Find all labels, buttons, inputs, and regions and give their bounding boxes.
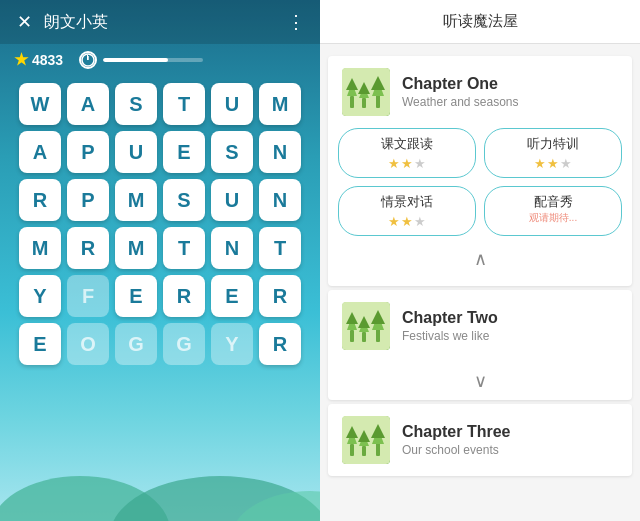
letter-M4[interactable]: M: [115, 227, 157, 269]
stats-bar: ★ 4833: [0, 44, 320, 75]
score-star-icon: ★: [14, 50, 28, 69]
right-panel-title: 听读魔法屋: [356, 12, 604, 31]
chapters-list: Chapter One Weather and seasons 课文跟读 ★ ★…: [320, 44, 640, 521]
letter-U[interactable]: U: [211, 83, 253, 125]
letter-U2[interactable]: U: [115, 131, 157, 173]
letter-P[interactable]: P: [67, 131, 109, 173]
letter-N3[interactable]: N: [211, 227, 253, 269]
letter-M[interactable]: M: [259, 83, 301, 125]
letter-row-5: Y F E R E R: [10, 275, 310, 317]
letter-Y[interactable]: Y: [19, 275, 61, 317]
left-menu-button[interactable]: ⋮: [284, 10, 308, 34]
letter-S[interactable]: S: [115, 83, 157, 125]
letter-R2[interactable]: R: [67, 227, 109, 269]
chapter-two-expand-btn[interactable]: ∨: [328, 362, 632, 400]
letter-F-faded: F: [67, 275, 109, 317]
letter-M3[interactable]: M: [19, 227, 61, 269]
chapter-two-info: Chapter Two Festivals we like: [402, 309, 618, 343]
letter-row-2: A P U E S N: [10, 131, 310, 173]
right-header: ✕ 听读魔法屋 ⋮: [320, 0, 640, 44]
letter-row-6: E O G G Y R: [10, 323, 310, 365]
letter-E[interactable]: E: [163, 131, 205, 173]
letter-R[interactable]: R: [19, 179, 61, 221]
letter-G2-faded: G: [163, 323, 205, 365]
chapter-one-info: Chapter One Weather and seasons: [402, 75, 618, 109]
svg-rect-6: [350, 96, 354, 108]
letter-row-3: R P M S U N: [10, 179, 310, 221]
right-menu-button[interactable]: ⋮: [604, 10, 628, 34]
chapter-one-tinglitexun-btn[interactable]: 听力特训 ★ ★ ★: [484, 128, 622, 178]
chapter-one-thumb: [342, 68, 390, 116]
chapter-one-expanded: 课文跟读 ★ ★ ★ 听力特训 ★ ★ ★: [328, 128, 632, 286]
letter-E3[interactable]: E: [211, 275, 253, 317]
chapter-one-peiyinxiu-btn[interactable]: 配音秀 观请期待...: [484, 186, 622, 236]
svg-rect-9: [362, 98, 366, 108]
chapter-three-header[interactable]: Chapter Three Our school events: [328, 404, 632, 476]
svg-rect-32: [376, 442, 380, 456]
chapter-two-title: Chapter Two: [402, 309, 618, 327]
peiyinxiu-note: 观请期待...: [495, 211, 611, 225]
letter-W[interactable]: W: [19, 83, 61, 125]
letter-S3[interactable]: S: [163, 179, 205, 221]
timer-icon: [79, 51, 97, 69]
svg-rect-29: [362, 446, 366, 456]
chapter-one-card: Chapter One Weather and seasons 课文跟读 ★ ★…: [328, 56, 632, 286]
svg-rect-22: [376, 328, 380, 342]
letter-R3[interactable]: R: [163, 275, 205, 317]
chapter-one-subtitle: Weather and seasons: [402, 95, 618, 109]
left-header: ✕ 朗文小英 ⋮: [0, 0, 320, 44]
letter-A[interactable]: A: [67, 83, 109, 125]
chapter-three-title: Chapter Three: [402, 423, 618, 441]
letter-Y2-faded: Y: [211, 323, 253, 365]
chapter-one-buttons: 课文跟读 ★ ★ ★ 听力特训 ★ ★ ★: [338, 128, 622, 236]
letter-row-1: W A S T U M: [10, 83, 310, 125]
svg-rect-26: [350, 444, 354, 456]
letter-U3[interactable]: U: [211, 179, 253, 221]
chapter-one-kenwengendu-btn[interactable]: 课文跟读 ★ ★ ★: [338, 128, 476, 178]
chapter-two-subtitle: Festivals we like: [402, 329, 618, 343]
chapter-three-subtitle: Our school events: [402, 443, 618, 457]
left-close-button[interactable]: ✕: [12, 10, 36, 34]
svg-rect-16: [350, 330, 354, 342]
letter-T2[interactable]: T: [163, 227, 205, 269]
hills-decoration: [0, 441, 320, 521]
letter-P2[interactable]: P: [67, 179, 109, 221]
letter-row-4: M R M T N T: [10, 227, 310, 269]
letter-E2[interactable]: E: [115, 275, 157, 317]
letter-S2[interactable]: S: [211, 131, 253, 173]
score-area: ★ 4833: [14, 50, 63, 69]
tinglitexun-stars: ★ ★ ★: [495, 156, 611, 171]
left-panel: ✕ 朗文小英 ⋮ ★ 4833 W A S T U: [0, 0, 320, 521]
svg-rect-12: [376, 94, 380, 108]
letter-G-faded: G: [115, 323, 157, 365]
chapter-two-card: Chapter Two Festivals we like ∨: [328, 290, 632, 400]
letter-O-faded: O: [67, 323, 109, 365]
left-app-title: 朗文小英: [44, 12, 284, 33]
qingjingduihua-stars: ★ ★ ★: [349, 214, 465, 229]
chapter-one-qingjingduihua-btn[interactable]: 情景对话 ★ ★ ★: [338, 186, 476, 236]
kenwengendu-stars: ★ ★ ★: [349, 156, 465, 171]
chapter-two-thumb: [342, 302, 390, 350]
letter-N[interactable]: N: [259, 131, 301, 173]
svg-rect-19: [362, 332, 366, 342]
right-panel: ✕ 听读魔法屋 ⋮: [320, 0, 640, 521]
timer-fill: [103, 58, 168, 62]
chapter-three-info: Chapter Three Our school events: [402, 423, 618, 457]
letter-R5[interactable]: R: [259, 323, 301, 365]
chapter-one-collapse-btn[interactable]: ∧: [338, 244, 622, 274]
chapter-two-header[interactable]: Chapter Two Festivals we like: [328, 290, 632, 362]
letter-A2[interactable]: A: [19, 131, 61, 173]
letter-T3[interactable]: T: [259, 227, 301, 269]
timer-area: [79, 51, 203, 69]
letter-M2[interactable]: M: [115, 179, 157, 221]
chapter-one-header[interactable]: Chapter One Weather and seasons: [328, 56, 632, 128]
letter-T[interactable]: T: [163, 83, 205, 125]
letter-R4[interactable]: R: [259, 275, 301, 317]
right-close-button[interactable]: ✕: [332, 10, 356, 34]
letter-E4[interactable]: E: [19, 323, 61, 365]
timer-bar: [103, 58, 203, 62]
score-value: 4833: [32, 52, 63, 68]
chapter-three-card: Chapter Three Our school events: [328, 404, 632, 476]
chapter-three-thumb: [342, 416, 390, 464]
letter-N2[interactable]: N: [259, 179, 301, 221]
